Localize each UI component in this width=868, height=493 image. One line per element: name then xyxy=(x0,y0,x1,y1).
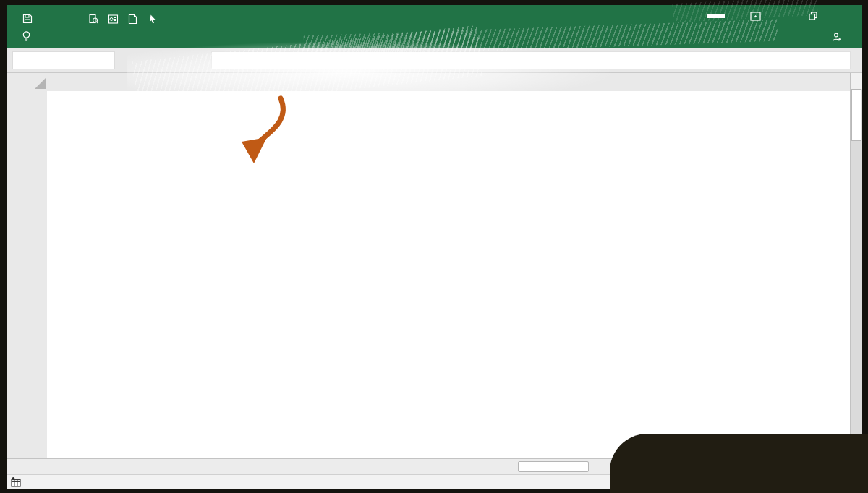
name-box[interactable] xyxy=(12,51,115,69)
ribbon-display-options-icon[interactable] xyxy=(741,5,770,27)
restore-button[interactable] xyxy=(799,5,827,27)
add-sheet-icon[interactable] xyxy=(28,459,43,474)
excel-window xyxy=(0,0,868,493)
tell-me-box[interactable] xyxy=(22,30,37,45)
print-preview-icon[interactable] xyxy=(88,13,99,25)
formula-bar-divider xyxy=(118,53,124,68)
lightbulb-icon xyxy=(22,30,31,45)
share-person-icon xyxy=(832,32,842,44)
workbook-statistics-icon[interactable] xyxy=(107,13,119,25)
select-all-button[interactable] xyxy=(35,78,46,89)
formula-input[interactable] xyxy=(211,51,851,69)
sheet-grid[interactable] xyxy=(47,91,850,458)
vertical-scrollbar-thumb[interactable] xyxy=(851,89,861,141)
enter-icon[interactable] xyxy=(161,51,178,69)
window-frame-top xyxy=(0,0,868,5)
redo-icon[interactable] xyxy=(64,13,76,25)
undo-icon[interactable] xyxy=(41,13,53,25)
cancel-icon[interactable] xyxy=(136,51,153,69)
horizontal-scrollbar xyxy=(506,458,589,474)
close-button[interactable] xyxy=(827,5,856,27)
window-frame-left xyxy=(0,0,7,493)
share-button[interactable] xyxy=(832,32,846,44)
title-bar xyxy=(7,5,862,27)
quick-access-toolbar xyxy=(22,13,172,25)
scroll-up-icon[interactable] xyxy=(851,73,862,89)
minimize-button[interactable] xyxy=(770,5,799,27)
horizontal-scrollbar-thumb[interactable] xyxy=(518,461,589,472)
sign-in-button[interactable] xyxy=(707,14,725,18)
watermark-badge xyxy=(610,434,868,493)
window-frame-right xyxy=(862,0,868,493)
annotation-arrow-icon xyxy=(231,93,300,171)
sheet-tab-nav xyxy=(7,459,28,474)
touch-mouse-mode-icon[interactable] xyxy=(146,13,158,25)
window-controls xyxy=(707,5,856,27)
new-file-icon[interactable] xyxy=(127,13,138,25)
ribbon-tab-row xyxy=(7,27,862,48)
name-box-caret-icon[interactable] xyxy=(101,51,114,69)
save-icon[interactable] xyxy=(22,13,33,25)
